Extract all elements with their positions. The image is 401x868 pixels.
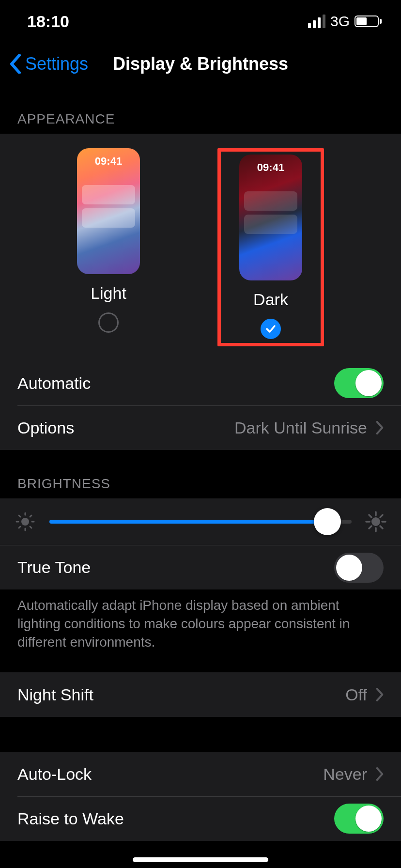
network-type: 3G: [330, 13, 350, 30]
sun-high-icon: [365, 511, 386, 532]
autolock-label: Auto-Lock: [17, 765, 92, 784]
autolock-value: Never: [323, 765, 367, 784]
options-row[interactable]: Options Dark Until Sunrise: [0, 405, 401, 450]
automatic-row: Automatic: [0, 361, 401, 405]
light-preview-icon: 09:41: [77, 148, 140, 274]
brightness-row: [0, 498, 401, 545]
svg-line-5: [19, 515, 20, 517]
raise-to-wake-row: Raise to Wake: [0, 796, 401, 841]
dark-option-highlight: 09:41 Dark: [217, 148, 324, 346]
svg-line-6: [30, 527, 31, 528]
svg-line-8: [30, 515, 31, 517]
nightshift-value: Off: [345, 685, 367, 704]
truetone-label: True Tone: [17, 558, 91, 577]
automatic-toggle[interactable]: [334, 368, 384, 398]
svg-line-15: [380, 526, 383, 528]
dark-radio[interactable]: [261, 319, 281, 339]
status-time: 18:10: [27, 12, 69, 31]
svg-line-17: [380, 515, 383, 517]
light-radio[interactable]: [98, 312, 119, 333]
nav-bar: Settings Display & Brightness: [0, 43, 401, 85]
raise-label: Raise to Wake: [17, 809, 124, 828]
section-header-brightness: BRIGHTNESS: [0, 450, 401, 498]
automatic-label: Automatic: [17, 374, 91, 393]
options-label: Options: [17, 418, 74, 437]
battery-icon: [355, 16, 382, 27]
appearance-picker: 09:41 Light 09:41 Dark: [0, 134, 401, 361]
light-label: Light: [91, 284, 126, 303]
back-label: Settings: [25, 54, 88, 74]
svg-point-0: [21, 518, 29, 526]
autolock-row[interactable]: Auto-Lock Never: [0, 752, 401, 796]
truetone-toggle[interactable]: [334, 553, 384, 583]
back-button[interactable]: Settings: [10, 54, 88, 74]
truetone-footer: Automatically adapt iPhone display based…: [0, 589, 401, 666]
chevron-right-icon: [376, 421, 384, 434]
dark-label: Dark: [253, 290, 288, 309]
svg-line-14: [369, 515, 371, 517]
svg-line-7: [19, 527, 20, 528]
home-indicator[interactable]: [133, 857, 268, 862]
brightness-slider[interactable]: [49, 510, 352, 533]
raise-toggle[interactable]: [334, 804, 384, 834]
chevron-right-icon: [376, 688, 384, 701]
chevron-right-icon: [376, 767, 384, 781]
nightshift-label: Night Shift: [17, 685, 93, 704]
svg-line-16: [369, 526, 371, 528]
svg-point-9: [371, 517, 380, 526]
appearance-option-light[interactable]: 09:41 Light: [77, 148, 140, 346]
cellular-signal-icon: [308, 15, 325, 28]
section-header-appearance: APPEARANCE: [0, 85, 401, 134]
sun-low-icon: [15, 511, 36, 532]
chevron-left-icon: [10, 54, 21, 74]
appearance-option-dark[interactable]: 09:41 Dark: [239, 155, 302, 339]
checkmark-icon: [265, 323, 277, 335]
nightshift-row[interactable]: Night Shift Off: [0, 672, 401, 717]
status-bar: 18:10 3G: [0, 0, 401, 43]
truetone-row: True Tone: [0, 545, 401, 589]
dark-preview-icon: 09:41: [239, 155, 302, 280]
options-value: Dark Until Sunrise: [234, 418, 367, 437]
